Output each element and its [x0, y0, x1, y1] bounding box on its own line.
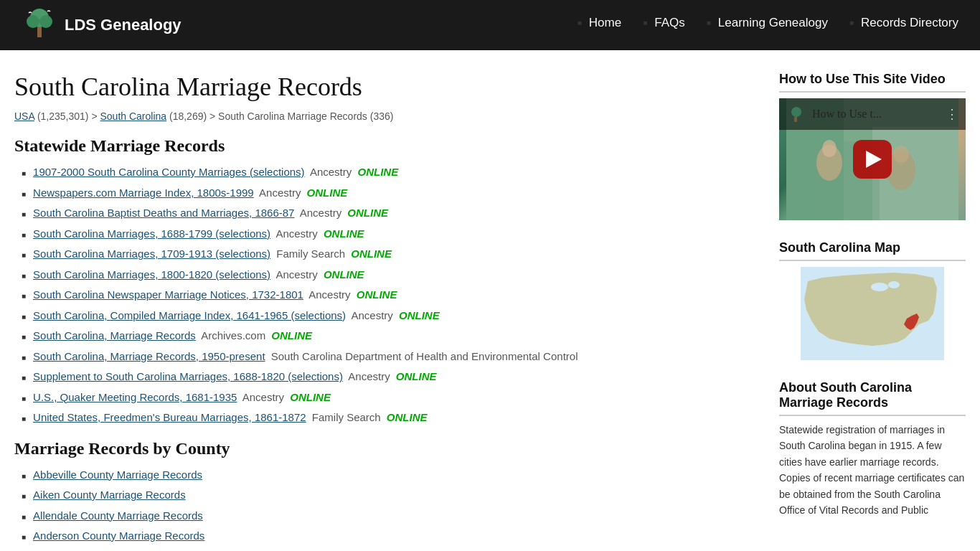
record-link[interactable]: Newspapers.com Marriage Index, 1800s-199… — [33, 187, 254, 199]
logo-icon — [22, 7, 57, 43]
list-item: South Carolina, Marriage Records, 1950-p… — [22, 349, 750, 365]
breadcrumb-sc[interactable]: South Carolina — [100, 110, 166, 122]
list-item: South Carolina Newspaper Marriage Notice… — [22, 287, 750, 303]
video-logo-icon — [786, 104, 806, 124]
record-link[interactable]: South Carolina, Compiled Marriage Index,… — [33, 309, 346, 321]
list-item: 1907-2000 South Carolina County Marriage… — [22, 164, 750, 181]
list-item: South Carolina Marriages, 1800-1820 (sel… — [22, 267, 750, 283]
breadcrumb-usa[interactable]: USA — [14, 110, 34, 122]
list-item: South Carolina Marriages, 1709-1913 (sel… — [22, 246, 750, 263]
county-record-link[interactable]: Allendale County Marriage Records — [33, 509, 203, 522]
video-menu-icon: ⋮ — [946, 106, 958, 122]
record-link[interactable]: South Carolina Marriages, 1709-1913 (sel… — [33, 248, 270, 260]
video-section-heading: How to Use This Site Video — [779, 72, 966, 93]
map-section: South Carolina Map — [779, 240, 966, 360]
record-link[interactable]: South Carolina, Marriage Records — [33, 329, 196, 342]
record-link[interactable]: Supplement to South Carolina Marriages, … — [33, 370, 343, 382]
svg-point-15 — [871, 283, 888, 291]
list-item: Abbeville County Marriage Records — [22, 467, 750, 484]
list-item: United States, Freedmen's Bureau Marriag… — [22, 410, 750, 426]
sc-map[interactable] — [779, 267, 966, 360]
about-section: About South Carolina Marriage Records St… — [779, 380, 966, 518]
list-item: Allendale County Marriage Records — [22, 508, 750, 524]
record-link[interactable]: U.S., Quaker Meeting Records, 1681-1935 — [33, 391, 237, 403]
logo[interactable]: LDS Genealogy — [22, 7, 570, 43]
page-title: South Carolina Marriage Records — [14, 72, 750, 102]
svg-point-12 — [791, 107, 801, 117]
about-text: Statewide registration of marriages in S… — [779, 422, 966, 518]
list-item: South Carolina Marriages, 1688-1799 (sel… — [22, 226, 750, 242]
list-item: Supplement to South Carolina Marriages, … — [22, 369, 750, 385]
nav-learning[interactable]: Learning Genealogy — [718, 14, 828, 32]
breadcrumb-sc-count: (18,269) > South Carolina Marriage Recor… — [169, 110, 393, 122]
map-section-heading: South Carolina Map — [779, 240, 966, 261]
video-play-button[interactable] — [853, 140, 892, 179]
list-item: Newspapers.com Marriage Index, 1800s-199… — [22, 185, 750, 202]
navigation: LDS Genealogy Home FAQs Learning Genealo… — [0, 0, 980, 50]
list-item: South Carolina Baptist Deaths and Marria… — [22, 205, 750, 222]
main-content: South Carolina Marriage Records USA (1,2… — [14, 72, 750, 549]
record-link[interactable]: United States, Freedmen's Bureau Marriag… — [33, 411, 306, 423]
list-item: U.S., Quaker Meeting Records, 1681-1935 … — [22, 390, 750, 406]
video-overlay: How to Use t... ⋮ — [779, 98, 966, 130]
county-record-link[interactable]: Aiken County Marriage Records — [33, 489, 186, 501]
list-item: South Carolina, Compiled Marriage Index,… — [22, 308, 750, 324]
record-link[interactable]: South Carolina, Marriage Records, 1950-p… — [33, 350, 265, 362]
record-link[interactable]: South Carolina Baptist Deaths and Marria… — [33, 207, 294, 219]
breadcrumb-usa-count: (1,235,301) > — [37, 110, 100, 122]
nav-links: Home FAQs Learning Genealogy Records Dir… — [570, 14, 958, 37]
record-link[interactable]: South Carolina Marriages, 1800-1820 (sel… — [33, 268, 270, 281]
video-title: How to Use t... — [812, 108, 882, 121]
county-records-list: Abbeville County Marriage Records Aiken … — [14, 467, 750, 545]
list-item: Aiken County Marriage Records — [22, 487, 750, 504]
sidebar: How to Use This Site Video — [779, 72, 966, 549]
video-thumbnail[interactable]: How to Use t... ⋮ — [779, 98, 966, 220]
county-record-link[interactable]: Anderson County Marriage Records — [33, 529, 204, 542]
nav-faqs[interactable]: FAQs — [654, 14, 685, 32]
section-heading-county: Marriage Records by County — [14, 439, 750, 458]
nav-home[interactable]: Home — [589, 14, 621, 32]
svg-point-1 — [27, 15, 39, 28]
record-link[interactable]: South Carolina Newspaper Marriage Notice… — [33, 288, 303, 301]
breadcrumb: USA (1,235,301) > South Carolina (18,269… — [14, 110, 750, 122]
list-item: South Carolina, Marriage Records Archive… — [22, 328, 750, 344]
section-heading-statewide: Statewide Marriage Records — [14, 136, 750, 156]
logo-text: LDS Genealogy — [65, 16, 182, 34]
county-record-link[interactable]: Abbeville County Marriage Records — [33, 468, 202, 481]
sc-map-svg — [779, 267, 966, 360]
svg-point-11 — [893, 146, 909, 163]
svg-point-2 — [39, 15, 52, 28]
video-section: How to Use This Site Video — [779, 72, 966, 220]
list-item: Anderson County Marriage Records — [22, 528, 750, 545]
svg-point-9 — [822, 140, 837, 157]
about-section-heading: About South Carolina Marriage Records — [779, 380, 966, 416]
nav-records-directory[interactable]: Records Directory — [861, 14, 958, 32]
svg-rect-13 — [794, 117, 797, 122]
statewide-records-list: 1907-2000 South Carolina County Marriage… — [14, 164, 750, 426]
svg-rect-3 — [37, 27, 42, 37]
page-wrapper: South Carolina Marriage Records USA (1,2… — [0, 50, 980, 551]
svg-point-16 — [888, 281, 900, 288]
record-link[interactable]: 1907-2000 South Carolina County Marriage… — [33, 166, 305, 178]
record-link[interactable]: South Carolina Marriages, 1688-1799 (sel… — [33, 227, 270, 240]
